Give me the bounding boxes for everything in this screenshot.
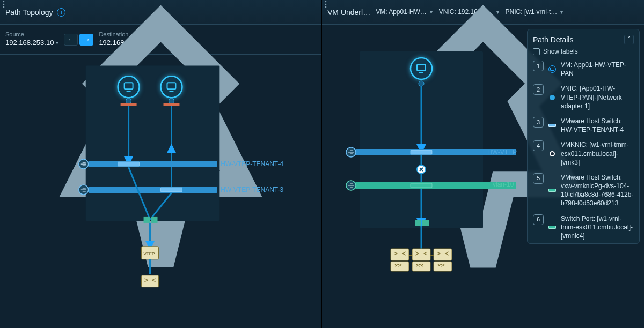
svg-point-33 bbox=[325, 4, 327, 5]
svg-rect-58 bbox=[412, 262, 430, 271]
vm-node-source[interactable] bbox=[118, 76, 140, 98]
step-icon bbox=[548, 61, 557, 78]
path-step[interactable]: 1VM: App01-HW-VTEP-PAN bbox=[533, 61, 634, 78]
kebab-icon[interactable] bbox=[303, 6, 316, 19]
collapse-icon[interactable]: ˄ bbox=[624, 35, 634, 44]
left-header: Path Topology i bbox=[0, 0, 321, 25]
step-icon bbox=[548, 214, 557, 241]
step-icon bbox=[548, 173, 557, 208]
svg-rect-47 bbox=[355, 182, 516, 189]
edge-icon bbox=[346, 147, 356, 157]
kebab-icon[interactable] bbox=[626, 6, 639, 19]
svg-text:VTEP: VTEP bbox=[144, 251, 155, 256]
vtep-switch[interactable]: VTEP bbox=[142, 247, 159, 259]
svg-rect-17 bbox=[89, 161, 217, 167]
svg-point-10 bbox=[126, 98, 131, 103]
phys-switch-3[interactable] bbox=[434, 249, 452, 260]
svg-rect-59 bbox=[434, 262, 452, 271]
edge-icon bbox=[79, 185, 89, 195]
svg-rect-43 bbox=[411, 150, 432, 154]
svg-rect-19 bbox=[118, 162, 140, 166]
svg-rect-51 bbox=[415, 220, 421, 226]
svg-rect-12 bbox=[121, 103, 137, 106]
svg-rect-49 bbox=[411, 183, 432, 188]
svg-rect-25 bbox=[144, 217, 150, 223]
svg-point-7 bbox=[161, 76, 182, 98]
step-text: Switch Port: [w1-vrni-tmm-esx011.cmbu.lo… bbox=[561, 214, 634, 241]
vm-node-dest[interactable] bbox=[161, 76, 182, 98]
vm-node[interactable] bbox=[411, 58, 432, 79]
phys-switch-2[interactable] bbox=[412, 249, 430, 260]
step-number: 6 bbox=[533, 214, 544, 225]
path-step[interactable]: 5VMware Host Switch: vxw-vmknicPg-dvs-10… bbox=[533, 173, 634, 208]
svg-rect-54 bbox=[391, 249, 409, 260]
tenant-a-label: HW-VTEP-TENANT-4 bbox=[221, 160, 283, 168]
phys-switch-1b[interactable] bbox=[391, 262, 409, 271]
svg-point-4 bbox=[118, 76, 140, 98]
phys-switch-3b[interactable] bbox=[434, 262, 452, 271]
step-text: VMKNIC: [w1-vrni-tmm-esx011.cmbu.local]-… bbox=[561, 140, 634, 167]
right-header: VM Underl… VM: App01-HW…▾ VNIC: 192.168.… bbox=[322, 0, 644, 25]
path-steps-list: 1VM: App01-HW-VTEP-PAN2VNIC: [App01-HW-V… bbox=[533, 61, 634, 240]
phys-switch-1[interactable] bbox=[391, 249, 409, 260]
svg-rect-52 bbox=[422, 220, 429, 226]
step-number: 3 bbox=[533, 117, 544, 128]
step-text: VNIC: [App01-HW-VTEP-PAN]-[Network adapt… bbox=[561, 84, 634, 110]
phys-switch[interactable] bbox=[142, 275, 159, 287]
net-a-label: HW-VTEP bbox=[487, 148, 517, 156]
svg-point-2 bbox=[3, 6, 5, 8]
edge-icon bbox=[79, 159, 89, 169]
step-text: VM: App01-HW-VTEP-PAN bbox=[561, 61, 634, 78]
step-text: VMware Host Switch: HW-VTEP-TENANT-4 bbox=[561, 117, 634, 134]
step-number: 5 bbox=[533, 173, 544, 184]
step-text: VMware Host Switch: vxw-vmknicPg-dvs-104… bbox=[561, 173, 634, 208]
svg-point-1 bbox=[3, 4, 5, 5]
svg-rect-56 bbox=[434, 249, 452, 260]
path-step[interactable]: 6Switch Port: [w1-vrni-tmm-esx011.cmbu.l… bbox=[533, 214, 634, 241]
path-step[interactable]: 4VMKNIC: [w1-vrni-tmm-esx011.cmbu.local]… bbox=[533, 140, 634, 167]
step-icon bbox=[548, 117, 557, 134]
phys-switch-2b[interactable] bbox=[412, 262, 430, 271]
svg-point-11 bbox=[169, 98, 174, 103]
vmknic-node[interactable] bbox=[417, 165, 426, 174]
path-details-panel: Path Details ˄ Show labels 1VM: App01-HW… bbox=[527, 29, 640, 244]
svg-point-36 bbox=[411, 58, 432, 79]
svg-rect-22 bbox=[161, 188, 182, 192]
step-icon bbox=[548, 140, 557, 167]
path-topology-pane: Path Topology i Source 192.168.253.10 ▾ … bbox=[0, 0, 322, 328]
vm-underlay-pane: VM Underl… VM: App01-HW…▾ VNIC: 192.168.… bbox=[322, 0, 644, 328]
left-topology-canvas[interactable]: HW-VTEP-TENANT-4 HW-VTEP-TENANT-3 VTEP bbox=[0, 55, 321, 328]
svg-rect-57 bbox=[391, 262, 409, 271]
step-number: 1 bbox=[533, 61, 544, 71]
svg-point-32 bbox=[325, 1, 327, 3]
svg-point-34 bbox=[325, 6, 327, 8]
step-number: 4 bbox=[533, 140, 544, 151]
svg-point-39 bbox=[419, 81, 424, 86]
step-number: 2 bbox=[533, 84, 544, 95]
show-labels-toggle[interactable]: Show labels bbox=[533, 48, 634, 55]
svg-rect-20 bbox=[89, 187, 217, 193]
edge-icon bbox=[346, 181, 356, 190]
checkbox-icon bbox=[533, 48, 540, 55]
tenant-b-label: HW-VTEP-TENANT-3 bbox=[221, 186, 283, 193]
net-b-label: vlan-10 bbox=[493, 181, 514, 188]
details-title: Path Details bbox=[533, 35, 573, 44]
svg-point-0 bbox=[3, 1, 5, 3]
step-icon bbox=[548, 84, 557, 110]
path-step[interactable]: 3VMware Host Switch: HW-VTEP-TENANT-4 bbox=[533, 117, 634, 134]
svg-rect-26 bbox=[151, 217, 158, 223]
svg-rect-13 bbox=[163, 103, 179, 106]
path-step[interactable]: 2VNIC: [App01-HW-VTEP-PAN]-[Network adap… bbox=[533, 84, 634, 110]
svg-rect-55 bbox=[412, 249, 430, 260]
svg-rect-31 bbox=[142, 275, 159, 287]
svg-rect-3 bbox=[86, 65, 220, 221]
